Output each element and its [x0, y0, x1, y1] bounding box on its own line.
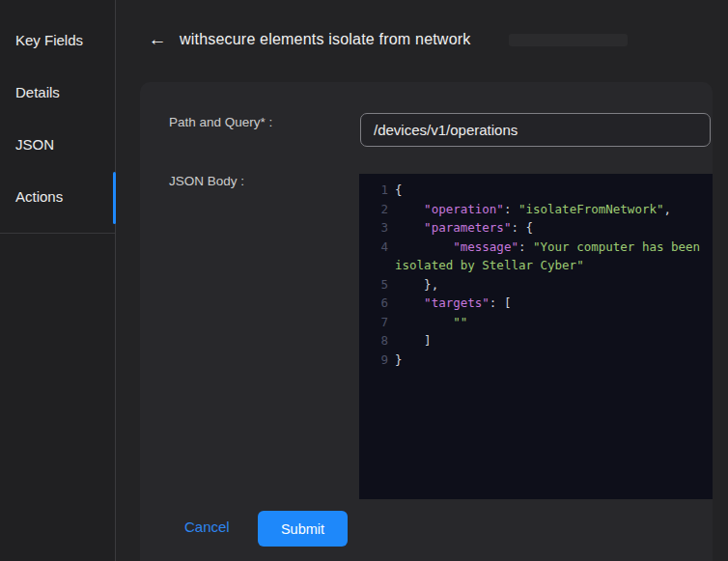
code-line: 9}: [359, 351, 713, 370]
line-number: 2: [359, 200, 388, 219]
line-number: 7: [359, 313, 388, 332]
sidebar: Key FieldsDetailsJSONActions: [0, 0, 116, 561]
code-lines: 1{2 "operation": "isolateFromNetwork",3 …: [359, 181, 713, 369]
code-line: 5 },: [359, 275, 713, 295]
back-arrow-icon: ←: [149, 29, 167, 49]
sidebar-item-details[interactable]: Details: [0, 84, 115, 136]
path-and-query-label: Path and Query* :: [169, 115, 272, 129]
json-body-label: JSON Body :: [169, 174, 244, 188]
back-button[interactable]: ←: [145, 28, 170, 51]
code-text: "targets": [: [395, 294, 511, 313]
code-line: isolated by Stellar Cyber": [359, 256, 713, 275]
code-text: "operation": "isolateFromNetwork",: [395, 200, 671, 219]
line-number: 9: [359, 351, 388, 370]
line-number: 1: [359, 181, 388, 200]
sidebar-item-json[interactable]: JSON: [0, 136, 115, 188]
cancel-button[interactable]: Cancel: [184, 519, 230, 535]
redacted-text-block: [509, 34, 628, 46]
code-line: 8 ]: [359, 331, 713, 351]
code-line: 6 "targets": [: [359, 294, 713, 313]
line-number: 4: [359, 238, 388, 257]
code-text: "message": "Your computer has been: [395, 238, 700, 257]
app-window: Key FieldsDetailsJSONActions ← withsecur…: [0, 0, 728, 561]
code-text: }: [395, 351, 403, 370]
sidebar-item-key-fields[interactable]: Key Fields: [0, 32, 115, 84]
action-form-card: Path and Query* : JSON Body : 1{2 "opera…: [140, 82, 713, 561]
code-text: isolated by Stellar Cyber": [395, 256, 584, 275]
code-text: ]: [395, 331, 432, 351]
path-and-query-input[interactable]: [360, 113, 711, 147]
code-line: 7 "": [359, 313, 713, 332]
code-line: 3 "parameters": {: [359, 218, 713, 238]
code-text: },: [395, 275, 438, 295]
code-text: "parameters": {: [395, 218, 533, 238]
line-number: 5: [359, 275, 388, 295]
code-line: 4 "message": "Your computer has been: [359, 238, 713, 257]
active-tab-indicator: [113, 172, 116, 224]
line-number: 6: [359, 294, 388, 313]
page-title: withsecure elements isolate from network: [180, 31, 470, 48]
line-number: 8: [359, 331, 388, 351]
line-number: [359, 256, 388, 275]
line-number: 3: [359, 218, 388, 238]
code-line: 2 "operation": "isolateFromNetwork",: [359, 200, 713, 219]
code-line: 1{: [359, 181, 713, 200]
code-text: {: [395, 181, 403, 200]
submit-button[interactable]: Submit: [258, 511, 348, 547]
sidebar-nav: Key FieldsDetailsJSONActions: [0, 0, 115, 234]
json-body-editor[interactable]: 1{2 "operation": "isolateFromNetwork",3 …: [359, 174, 713, 499]
sidebar-item-actions[interactable]: Actions: [0, 188, 115, 240]
code-text: "": [395, 313, 467, 332]
